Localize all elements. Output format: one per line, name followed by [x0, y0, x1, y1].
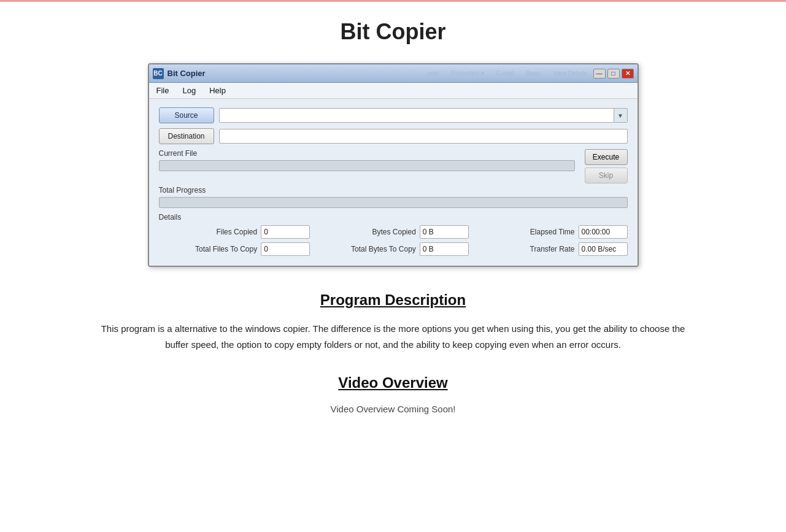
- page-sections: Program Description This program is a al…: [56, 285, 731, 420]
- app-window: BC Bit Copier user Properties ▾ E-mail B…: [148, 63, 639, 267]
- destination-input[interactable]: [219, 129, 628, 144]
- total-bytes-item: Total Bytes To Copy 0 B: [317, 242, 469, 256]
- close-button[interactable]: ✕: [622, 69, 634, 79]
- menu-file[interactable]: File: [154, 85, 172, 96]
- title-bar: BC Bit Copier user Properties ▾ E-mail B…: [149, 64, 638, 83]
- files-copied-item: Files Copied 0: [159, 225, 310, 239]
- elapsed-time-item: Elapsed Time 00:00:00: [476, 225, 628, 239]
- destination-button[interactable]: Destination: [159, 128, 214, 144]
- current-file-section: Current File: [159, 149, 575, 176]
- details-label: Details: [159, 213, 628, 222]
- transfer-rate-label: Transfer Rate: [530, 245, 575, 253]
- total-bytes-value: 0 B: [420, 242, 469, 256]
- source-input[interactable]: [220, 111, 614, 120]
- details-section: Details Files Copied 0 Bytes Copied 0 B …: [159, 213, 628, 256]
- total-bytes-label: Total Bytes To Copy: [351, 245, 416, 253]
- bytes-copied-value: 0 B: [420, 225, 469, 239]
- menu-help[interactable]: Help: [207, 85, 228, 96]
- total-progress-label: Total Progress: [159, 186, 628, 195]
- app-window-wrapper: BC Bit Copier user Properties ▾ E-mail B…: [0, 63, 786, 267]
- source-input-container: ▼: [219, 108, 628, 123]
- bytes-copied-item: Bytes Copied 0 B: [317, 225, 469, 239]
- current-file-progress: [159, 160, 575, 171]
- video-coming-soon: Video Overview Coming Soon!: [93, 404, 694, 414]
- total-files-label: Total Files To Copy: [195, 245, 257, 253]
- source-row: Source ▼: [159, 107, 628, 123]
- skip-button[interactable]: Skip: [585, 168, 628, 183]
- total-progress-section: Total Progress: [159, 186, 628, 208]
- current-file-label: Current File: [159, 149, 575, 158]
- video-overview-heading: Video Overview: [93, 374, 694, 391]
- transfer-rate-item: Transfer Rate 0.00 B/sec: [476, 242, 628, 256]
- destination-row: Destination: [159, 128, 628, 144]
- maximize-button[interactable]: □: [607, 69, 620, 79]
- menu-log[interactable]: Log: [180, 85, 198, 96]
- files-copied-value: 0: [261, 225, 310, 239]
- app-icon: BC: [153, 68, 164, 79]
- title-bar-text: Bit Copier: [168, 69, 428, 78]
- program-description-heading: Program Description: [93, 291, 694, 309]
- minimize-button[interactable]: —: [593, 69, 606, 79]
- total-files-item: Total Files To Copy 0: [159, 242, 310, 256]
- source-dropdown-arrow[interactable]: ▼: [614, 109, 627, 122]
- title-bar-controls: — □ ✕: [593, 69, 634, 79]
- details-grid: Files Copied 0 Bytes Copied 0 B Elapsed …: [159, 225, 628, 256]
- app-content: Source ▼ Destination Current File: [149, 99, 638, 266]
- menu-bar: File Log Help: [149, 83, 638, 99]
- total-progress-bar: [159, 197, 628, 208]
- elapsed-time-value: 00:00:00: [579, 225, 628, 239]
- current-file-row: Current File Execute Skip: [159, 149, 628, 183]
- source-button[interactable]: Source: [159, 107, 214, 123]
- total-files-value: 0: [261, 242, 310, 256]
- bytes-copied-label: Bytes Copied: [372, 228, 415, 236]
- elapsed-time-label: Elapsed Time: [530, 228, 575, 236]
- transfer-rate-value: 0.00 B/sec: [579, 242, 628, 256]
- page-title: Bit Copier: [0, 2, 786, 57]
- title-bar-extra: user Properties ▾ E-mail Basic View Deta…: [427, 70, 587, 77]
- program-description-text: This program is a alternative to the win…: [93, 321, 694, 352]
- execute-skip-col: Execute Skip: [585, 149, 628, 183]
- files-copied-label: Files Copied: [216, 228, 257, 236]
- execute-button[interactable]: Execute: [585, 149, 628, 165]
